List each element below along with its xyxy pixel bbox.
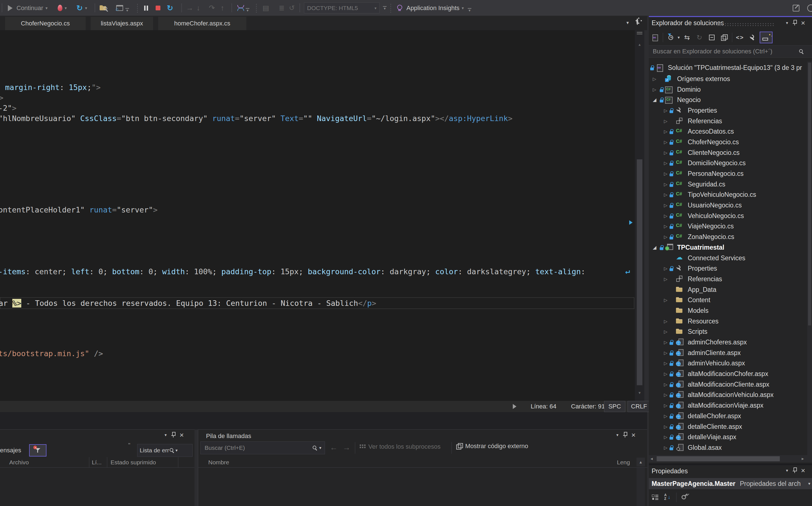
continue-button[interactable]: Continuar ▾	[8, 0, 48, 16]
step-back-button[interactable]: ↷	[209, 0, 215, 16]
tree-item[interactable]: ▷detalleChofer.aspx	[649, 411, 812, 421]
tree-item[interactable]: ▷Content	[649, 294, 812, 305]
expand-arrow-icon[interactable]: ▷	[653, 76, 656, 81]
tree-item[interactable]: ▷ClienteNegocio.cs	[649, 147, 812, 158]
tree-item[interactable]: Connected Services	[649, 253, 812, 263]
tree-item[interactable]: ▷adminCliente.aspx	[649, 347, 812, 358]
overflow-chevron-icon[interactable]: ▾	[125, 8, 129, 12]
code-editor[interactable]: ↵ margin-right: 15px;">>-2">"hlNombreUsu…	[0, 30, 635, 401]
call-stack-search[interactable]: ▾	[200, 441, 325, 454]
expand-arrow-icon[interactable]: ▷	[664, 118, 667, 123]
tree-item[interactable]: ▷Dominio	[649, 84, 812, 95]
spaces-toggle[interactable]: SPC	[604, 401, 625, 412]
tree-item[interactable]: ▷adminChoferes.aspx	[649, 337, 812, 347]
view-all-threads-button[interactable]: Ver todos los subprocesos	[359, 443, 441, 450]
expand-arrow-icon[interactable]: ▷	[664, 329, 667, 334]
undo-list-button[interactable]: ↺	[289, 0, 295, 16]
tab-listaviajes[interactable]: listaViajes.aspx	[91, 17, 153, 30]
overflow-chevron-icon[interactable]: ▾	[468, 8, 471, 12]
scroll-up-icon[interactable]: ▴	[635, 42, 644, 47]
tree-item[interactable]: ▷Scripts	[649, 327, 812, 337]
column-header[interactable]: Leng	[617, 459, 630, 466]
explorer-scrollbar[interactable]	[807, 62, 812, 455]
column-header[interactable]: Lí...	[92, 459, 102, 466]
expand-arrow-icon[interactable]: ▷	[664, 371, 667, 376]
pin-icon[interactable]	[792, 20, 797, 26]
find-in-files-button[interactable]	[99, 0, 108, 16]
chevron-down-icon[interactable]: ▾	[164, 432, 167, 437]
expand-arrow-icon[interactable]: ▷	[664, 298, 667, 303]
chevron-down-icon[interactable]: ▾	[65, 6, 67, 11]
editor-scrollbar[interactable]: ▴ ▾	[635, 30, 644, 401]
expand-arrow-icon[interactable]: ▷	[664, 203, 667, 208]
chevron-down-icon[interactable]: ▾	[786, 20, 788, 25]
chevron-down-icon[interactable]: ▾	[85, 6, 87, 11]
tree-item[interactable]: ◢Negocio	[649, 94, 812, 105]
categorized-button[interactable]	[649, 492, 662, 503]
expand-arrow-icon[interactable]: ▷	[664, 413, 667, 419]
search-input[interactable]	[204, 444, 313, 451]
expand-arrow-icon[interactable]: ▷	[664, 160, 667, 166]
scrollbar-thumb[interactable]	[657, 456, 780, 461]
step-into-button[interactable]: ↓	[197, 0, 200, 16]
tree-item[interactable]: ▷ViajeNegocio.cs	[649, 221, 812, 232]
scrollbar-thumb[interactable]	[808, 63, 811, 325]
tree-item[interactable]: ◢TPCuatrimestal	[649, 242, 812, 253]
filter-button[interactable]	[29, 444, 47, 456]
expand-arrow-icon[interactable]: ▷	[664, 213, 667, 218]
show-all-files-button[interactable]	[718, 32, 730, 43]
explorer-hscrollbar[interactable]: ◂ ▸	[649, 455, 812, 462]
search-input[interactable]	[652, 48, 799, 55]
tree-item[interactable]: ▷adminVehiculo.aspx	[649, 358, 812, 369]
scroll-down-icon[interactable]: ▾	[635, 390, 644, 395]
tree-item[interactable]: App_Data	[649, 284, 812, 295]
chevron-down-icon[interactable]: ▾	[45, 6, 48, 11]
back-icon[interactable]: ←	[330, 443, 338, 452]
format-list-button[interactable]: ≣	[279, 0, 285, 16]
tree-item[interactable]: ▷AccesoDatos.cs	[649, 126, 812, 137]
tree-item[interactable]: ▷UsuarioNegocio.cs	[649, 200, 812, 210]
tree-item[interactable]: ▷Seguridad.cs	[649, 179, 812, 189]
tree-item[interactable]: ▷Properties	[649, 263, 812, 274]
collapse-all-button[interactable]	[705, 32, 718, 43]
step-out-button[interactable]: ↑	[220, 0, 224, 16]
tab-homechofer[interactable]: homeChofer.aspx.cs	[158, 17, 246, 30]
expand-arrow-icon[interactable]: ▷	[664, 224, 667, 229]
restart-button[interactable]: ↻	[167, 0, 173, 16]
column-header[interactable]: Archivo	[9, 459, 29, 466]
line-ending-toggle[interactable]: CRLF	[627, 401, 651, 412]
doctype-dropdown[interactable]: DOCTYPE: HTML5 ▾	[304, 3, 380, 13]
column-header[interactable]: Nombre	[208, 459, 229, 466]
column-header[interactable]: Estado suprimido	[111, 459, 156, 466]
tab-chofernegocio[interactable]: ChoferNegocio.cs	[5, 17, 86, 30]
chevron-down-icon[interactable]: ▾	[616, 432, 619, 437]
tree-item[interactable]: Solución "TPCuatrimestal-Equipo13" (3 de…	[649, 62, 812, 74]
overflow-chevron-icon[interactable]: ▾	[383, 6, 387, 10]
pin-icon[interactable]	[622, 432, 627, 438]
tree-item[interactable]: ▷altaModificacionViaje.aspx	[649, 400, 812, 411]
show-threads-button[interactable]: ▾	[237, 0, 249, 16]
expand-arrow-icon[interactable]: ▷	[664, 171, 667, 176]
new-file-button[interactable]: ▤	[263, 0, 269, 16]
expand-arrow-icon[interactable]: ▷	[664, 403, 667, 408]
sync-selection-button[interactable]: ⇆	[681, 32, 693, 43]
explorer-search[interactable]	[649, 45, 812, 58]
expand-arrow-icon[interactable]: ▷	[664, 150, 667, 155]
feedback-button[interactable]	[793, 0, 799, 16]
column-divider[interactable]	[89, 457, 89, 468]
overflow-chevron-icon[interactable]: ▾	[246, 8, 249, 12]
track-active-item-button[interactable]	[760, 31, 772, 43]
tree-item[interactable]: ▷ChoferNegocio.cs	[649, 137, 812, 147]
expand-arrow-icon[interactable]: ▷	[664, 234, 667, 240]
column-divider[interactable]	[178, 457, 178, 468]
tree-item[interactable]: ▷Resources	[649, 316, 812, 327]
scroll-up-icon[interactable]: ▴	[636, 457, 645, 467]
scroll-right-icon[interactable]: ▸	[802, 455, 804, 462]
refresh-button[interactable]: ↻	[693, 32, 705, 43]
account-button[interactable]	[807, 0, 812, 16]
expand-arrow-icon[interactable]: ▷	[664, 318, 667, 324]
property-pages-button[interactable]	[679, 492, 693, 503]
forward-icon[interactable]: →	[343, 443, 350, 452]
alphabetical-button[interactable]: ↓	[662, 492, 674, 503]
close-icon[interactable]: ×	[180, 432, 184, 438]
